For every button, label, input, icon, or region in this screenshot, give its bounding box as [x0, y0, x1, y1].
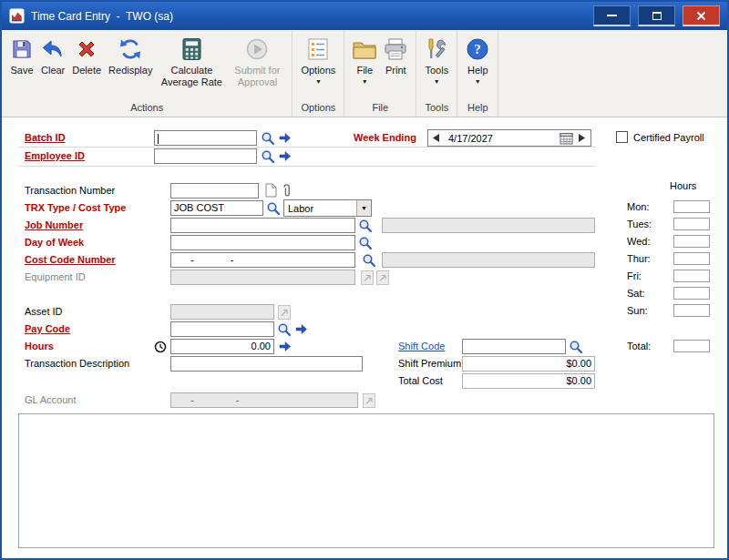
delete-button[interactable]: Delete [68, 34, 105, 78]
close-button[interactable] [683, 5, 720, 26]
day-hours-mon [673, 200, 710, 213]
redisplay-button[interactable]: Redisplay [105, 34, 156, 78]
job-number-label[interactable]: Job Number [25, 219, 83, 230]
new-transaction-button[interactable] [262, 182, 279, 198]
employee-id-label[interactable]: Employee ID [25, 150, 85, 161]
employee-id-lookup-button[interactable] [260, 148, 276, 164]
previous-date-button[interactable] [428, 130, 445, 146]
transaction-description-input[interactable] [170, 356, 363, 372]
batch-id-input[interactable] [154, 130, 257, 146]
pay-code-lookup-button[interactable] [276, 321, 293, 337]
shift-code-lookup-button[interactable] [568, 339, 584, 354]
trx-type-lookup-button[interactable] [265, 200, 282, 216]
batch-id-lookup-button[interactable] [260, 130, 276, 146]
print-button[interactable]: Print [380, 34, 411, 78]
calendar-button[interactable] [558, 130, 574, 146]
asset-id-field [170, 304, 274, 320]
tools-button[interactable]: Tools ▼ [421, 34, 452, 87]
pay-code-label[interactable]: Pay Code [25, 323, 70, 334]
transaction-number-input[interactable] [170, 183, 259, 199]
gl-account-label: GL Account [25, 394, 76, 405]
goto-arrow-icon [278, 149, 292, 163]
expansion-icon [376, 270, 389, 285]
job-number-lookup-button[interactable] [357, 218, 374, 233]
dropdown-caret-icon: ▼ [434, 78, 440, 85]
batch-id-goto-button[interactable] [276, 130, 293, 146]
day-label-sun: Sun: [627, 305, 648, 316]
toolbar-group-actions: Save Clear Delete [2, 30, 293, 117]
toolbar-group-file: File ▼ Print File [344, 30, 416, 117]
gl-account-field: - - [170, 392, 358, 408]
hours-panel-header: Hours [670, 180, 696, 191]
shift-premium-label: Shift Premium [398, 358, 461, 369]
next-date-icon [579, 134, 586, 142]
cost-code-lookup-button[interactable] [361, 252, 377, 268]
week-ending-value[interactable]: 4/17/2027 [445, 133, 558, 144]
hours-goto-button[interactable] [276, 339, 293, 354]
clock-icon [154, 341, 167, 353]
clear-button[interactable]: Clear [37, 34, 68, 78]
magnifier-icon [358, 236, 373, 250]
day-of-week-input[interactable] [170, 235, 355, 250]
employee-id-goto-button[interactable] [276, 148, 293, 164]
day-label-mon: Mon: [627, 201, 649, 212]
app-icon [9, 8, 25, 24]
hours-total-label: Total: [627, 341, 651, 351]
shift-code-label[interactable]: Shift Code [398, 341, 445, 351]
pay-code-input[interactable] [170, 321, 274, 337]
help-icon: ? [466, 36, 489, 63]
toolbar-group-options: Options ▼ Options [293, 30, 344, 117]
attachment-button[interactable] [278, 182, 294, 198]
day-of-week-label: Day of Week [25, 237, 84, 248]
goto-arrow-icon [278, 340, 292, 353]
magnifier-icon [266, 201, 281, 216]
next-date-button[interactable] [574, 130, 590, 146]
paperclip-icon [282, 183, 292, 198]
batch-id-label[interactable]: Batch ID [25, 132, 66, 143]
cost-code-number-input[interactable]: - - [170, 252, 355, 268]
hours-time-expansion-button[interactable] [153, 339, 168, 354]
cost-code-description-field [382, 252, 595, 268]
window-controls [593, 5, 720, 26]
employee-id-input[interactable] [154, 148, 257, 164]
file-button[interactable]: File ▼ [349, 34, 380, 87]
magnifier-icon [569, 340, 583, 354]
day-of-week-lookup-button[interactable] [357, 235, 374, 250]
day-label-thur: Thur: [627, 253, 651, 264]
magnifier-icon [277, 322, 292, 337]
toolbar-group-label-options: Options [293, 101, 344, 117]
previous-date-icon [433, 134, 440, 142]
cost-type-dropdown[interactable]: Labor ▼ [283, 199, 372, 217]
toolbar-group-tools: Tools ▼ Tools [416, 30, 457, 117]
printer-icon [384, 36, 407, 63]
trx-type-label: TRX Type / Cost Type [25, 202, 126, 213]
day-hours-wed [673, 235, 710, 248]
toolbar-group-label-help: Help [457, 101, 498, 117]
submit-for-approval-button: Submit for Approval [227, 34, 287, 90]
options-button[interactable]: Options ▼ [297, 34, 339, 87]
dropdown-arrow-icon[interactable]: ▼ [356, 200, 371, 216]
certified-payroll-label: Certified Payroll [633, 132, 704, 143]
cost-code-number-label[interactable]: Cost Code Number [25, 254, 116, 265]
calculate-average-rate-button[interactable]: Calculate Average Rate [156, 34, 227, 90]
equipment-id-lookup-button-disabled [359, 270, 375, 285]
hours-total-value [673, 340, 710, 352]
help-button[interactable]: ? Help ▼ [462, 34, 493, 87]
total-cost-field: $0.00 [462, 373, 595, 389]
shift-code-input[interactable] [462, 339, 566, 354]
transaction-list-area[interactable] [18, 413, 714, 548]
certified-payroll-checkbox[interactable] [616, 131, 628, 143]
time-card-entry-window: Time Card Entry - TWO (sa) Save [0, 0, 729, 560]
save-icon [10, 36, 34, 63]
hours-input[interactable]: 0.00 [170, 339, 274, 354]
minimize-button[interactable] [593, 5, 631, 26]
close-icon [696, 11, 706, 21]
pay-code-goto-button[interactable] [293, 321, 309, 337]
job-number-input[interactable] [170, 218, 355, 233]
hours-label: Hours [25, 341, 54, 351]
toolbar-group-label-actions: Actions [2, 101, 292, 117]
save-button[interactable]: Save [6, 34, 37, 78]
trx-type-input[interactable]: JOB COST [170, 200, 263, 216]
maximize-button[interactable] [638, 5, 675, 26]
day-hours-tues [673, 218, 710, 230]
